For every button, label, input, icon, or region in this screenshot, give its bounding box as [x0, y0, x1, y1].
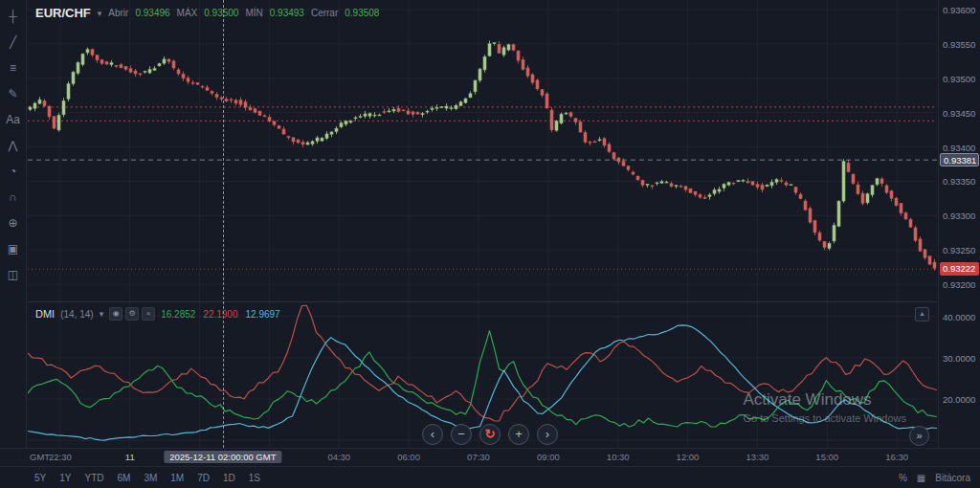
- time-label: 07:30: [467, 452, 490, 462]
- text-tool-icon: Aa: [6, 113, 20, 126]
- dmi-legend: DMI (14, 14) ▾ ◉⚙× 16.285222.190012.9697: [35, 307, 280, 321]
- price-axis-label: 0.93300: [943, 211, 975, 221]
- dmi-value-minus-di: 22.1900: [203, 309, 237, 320]
- go-to-realtime-button[interactable]: »: [909, 426, 929, 446]
- dmi-params: (14, 14): [60, 309, 93, 320]
- time-label: 09:00: [537, 452, 560, 462]
- price-axis-label: 0.93350: [943, 176, 975, 187]
- price-axis-label: 0.93600: [943, 5, 975, 15]
- dmi-value-adx: 12.9697: [245, 309, 279, 320]
- range-button-3m[interactable]: 3M: [144, 473, 157, 483]
- scroll-left-button[interactable]: ‹: [422, 424, 443, 445]
- indicator-expand-button[interactable]: ▴: [915, 307, 929, 322]
- range-button-1d[interactable]: 1D: [223, 473, 235, 483]
- dmi-values: 16.285222.190012.9697: [161, 309, 279, 320]
- time-label: 15:00: [815, 452, 838, 462]
- magnet-tool-icon: ∩: [9, 190, 17, 204]
- magnet-tool[interactable]: ∩: [3, 187, 24, 208]
- cursor-tool-icon: ┼: [9, 10, 17, 23]
- close-icon[interactable]: ×: [142, 307, 155, 321]
- time-label: 13:30: [746, 452, 768, 462]
- scroll-right-button[interactable]: ›: [537, 424, 558, 445]
- price-axis-label: 0.93200: [943, 279, 975, 290]
- range-button-7d[interactable]: 7D: [197, 473, 210, 483]
- eraser-tool[interactable]: ◫: [3, 264, 24, 285]
- text-tool[interactable]: Aa: [3, 109, 24, 130]
- ohlc-value: 0.93500: [204, 8, 238, 18]
- time-label: 22:30: [49, 452, 72, 462]
- ohlc-label: MÍN: [245, 8, 262, 18]
- ohlc-label: Abrir: [108, 8, 128, 18]
- ohlc-value: 0.93493: [270, 8, 304, 18]
- time-label: 11: [125, 452, 135, 462]
- dmi-axis-label: 40.0000: [943, 312, 975, 322]
- chart-region: EUR/CHF ▾ Abrir0.93496MÁX0.93500MÍN0.934…: [28, 0, 937, 448]
- drawing-toolbar: ┼╱≡✎Aa⋀◔∩⊕▣◫: [0, 0, 27, 448]
- range-button-ytd[interactable]: YTD: [84, 473, 103, 483]
- symbol-dropdown-icon[interactable]: ▾: [98, 9, 102, 18]
- forecast-tool-icon: ◔: [10, 165, 16, 178]
- range-button-1y[interactable]: 1Y: [59, 473, 71, 483]
- ohlc-label: Cerrar: [311, 8, 338, 18]
- lock-tool-icon: ▣: [8, 242, 18, 255]
- time-axis[interactable]: GMT 2025-12-11 02:00:00 GMT 22:301104:30…: [0, 448, 980, 467]
- zoom-tool[interactable]: ⊕: [3, 212, 24, 233]
- range-button-1m[interactable]: 1M: [170, 473, 184, 483]
- trend-line-tool[interactable]: ╱: [3, 32, 24, 53]
- bottom-right-controls: %▦Bitácora: [899, 473, 970, 483]
- price-axis-label: 0.93250: [943, 245, 975, 255]
- price-axis-label: 0.93450: [943, 108, 975, 119]
- ohlc-readout: Abrir0.93496MÁX0.93500MÍN0.93493Cerrar0.…: [108, 8, 379, 18]
- price-axis-label: 0.93500: [943, 74, 975, 84]
- price-axis[interactable]: 0.936000.935500.935000.934500.934000.933…: [938, 0, 980, 448]
- dmi-legend-icons: ◉⚙×: [109, 307, 155, 321]
- settings-icon[interactable]: ⚙: [125, 307, 139, 321]
- range-button-1s[interactable]: 1S: [249, 473, 260, 483]
- forecast-tool[interactable]: ◔: [3, 161, 24, 182]
- brush-tool[interactable]: ✎: [3, 83, 24, 104]
- price-chart-panel[interactable]: EUR/CHF ▾ Abrir0.93496MÁX0.93500MÍN0.934…: [28, 0, 937, 301]
- time-label: 16:30: [885, 452, 908, 462]
- time-label: 04:30: [327, 452, 350, 462]
- time-label: 06:00: [397, 452, 420, 462]
- eraser-tool-icon: ◫: [8, 268, 18, 281]
- range-button-5y[interactable]: 5Y: [34, 473, 46, 483]
- date-range-buttons: 5Y1YYTD6M3M1M7D1D1S: [34, 473, 260, 483]
- trend-line-tool-icon: ╱: [10, 35, 16, 49]
- symbol-title[interactable]: EUR/CHF: [35, 6, 91, 20]
- price-axis-label: 0.93400: [943, 143, 975, 153]
- percent-button[interactable]: %: [899, 473, 907, 483]
- journal-calendar-icon[interactable]: ▦: [917, 473, 925, 483]
- bottom-toolbar: 5Y1YYTD6M3M1M7D1D1S %▦Bitácora: [0, 466, 980, 488]
- time-label: 12:00: [677, 452, 700, 462]
- symbol-header: EUR/CHF ▾ Abrir0.93496MÁX0.93500MÍN0.934…: [35, 6, 379, 20]
- time-label: 10:30: [607, 452, 630, 462]
- zoom-tool-icon: ⊕: [8, 216, 17, 230]
- ohlc-value: 0.93496: [135, 8, 169, 18]
- dmi-dropdown-icon[interactable]: ▾: [100, 309, 104, 319]
- reset-chart-button[interactable]: ↻: [479, 424, 501, 445]
- lock-tool[interactable]: ▣: [3, 238, 24, 259]
- visibility-icon[interactable]: ◉: [109, 307, 122, 321]
- ohlc-label: MÁX: [177, 8, 198, 18]
- price-axis-label: 0.93550: [943, 39, 975, 50]
- candlestick-chart[interactable]: [28, 0, 937, 301]
- journal-button[interactable]: Bitácora: [935, 473, 970, 483]
- dmi-axis-label: 20.0000: [943, 394, 975, 405]
- zoom-out-button[interactable]: −: [451, 424, 472, 445]
- fibonacci-tool-icon: ≡: [10, 61, 16, 75]
- ohlc-value: 0.93508: [345, 8, 379, 18]
- cursor-tool[interactable]: ┼: [3, 6, 24, 27]
- dmi-value-plusminus-di: 16.2852: [161, 309, 195, 320]
- range-button-6m[interactable]: 6M: [117, 473, 130, 483]
- crosshair-time-label: 2025-12-11 02:00:00 GMT: [164, 451, 281, 463]
- last-price-label: 0.93222: [940, 262, 979, 276]
- dmi-title[interactable]: DMI: [35, 308, 55, 320]
- brush-tool-icon: ✎: [8, 87, 17, 100]
- chart-navigation: ‹−↻+›: [422, 424, 558, 445]
- timezone-label[interactable]: GMT: [30, 452, 50, 462]
- trading-chart-app: ┼╱≡✎Aa⋀◔∩⊕▣◫ EUR/CHF ▾ Abrir0.93496MÁX0.…: [0, 0, 980, 488]
- pattern-tool[interactable]: ⋀: [3, 135, 24, 156]
- zoom-in-button[interactable]: +: [508, 424, 529, 445]
- fibonacci-tool[interactable]: ≡: [3, 57, 24, 78]
